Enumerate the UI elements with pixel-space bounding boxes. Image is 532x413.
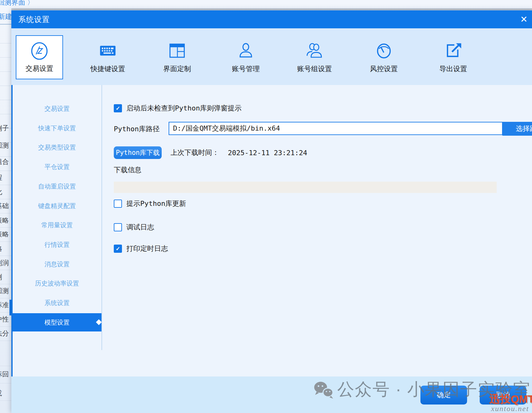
background-row-divider xyxy=(0,298,11,298)
background-row-divider xyxy=(0,383,11,383)
layout-custom-icon xyxy=(168,42,186,60)
background-list-item: 组合 xyxy=(0,157,9,166)
breadcrumb[interactable]: 回测界面 〉 xyxy=(0,0,34,7)
background-row-divider xyxy=(0,256,11,256)
background-list-item: 戓 xyxy=(0,389,2,398)
background-new-button[interactable]: 新建 xyxy=(0,12,12,21)
tab-label: 交易设置 xyxy=(26,64,53,73)
background-row-divider xyxy=(0,57,11,58)
background-list-item: 利润 xyxy=(0,258,9,267)
tab-account-group[interactable]: 账号组设置 xyxy=(286,42,343,74)
background-row-divider xyxy=(0,199,11,199)
background-row-divider xyxy=(0,43,11,43)
tab-risk-control[interactable]: 风控设置 xyxy=(356,42,412,74)
python-path-input[interactable] xyxy=(169,122,503,135)
background-list-item: 策略 xyxy=(0,216,9,225)
tab-trade-settings[interactable]: 交易设置 xyxy=(16,35,63,79)
background-left-list: 例子回测组合程化基础策略策略略利润测回测标准中性法分标回戓 xyxy=(0,28,11,413)
sidebar-item-5[interactable]: 自动重启设置 xyxy=(13,177,101,195)
popup-checkbox-row: ✓ 启动后未检查到Python库则弹窗提示 xyxy=(114,102,241,115)
trade-settings-icon xyxy=(30,41,49,61)
update-checkbox-row: 提示Python库更新 xyxy=(114,197,186,210)
tab-account-manage[interactable]: 账号管理 xyxy=(217,42,274,74)
background-row-divider xyxy=(0,114,11,114)
background-row-divider xyxy=(0,284,11,284)
risk-control-icon xyxy=(375,42,393,60)
background-list-item: 测 xyxy=(0,273,2,281)
background-list-item: 标回 xyxy=(0,370,9,379)
sidebar-item-6[interactable]: 键盘精灵配置 xyxy=(13,197,101,215)
settings-tab-bar: 交易设置快捷键设置界面定制账号管理账号组设置风控设置导出设置 xyxy=(11,28,532,85)
system-settings-dialog: 系统设置 ✕ 交易设置快捷键设置界面定制账号管理账号组设置风控设置导出设置 交易… xyxy=(11,10,532,413)
sidebar-item-12[interactable]: 模型设置 xyxy=(13,313,101,331)
popup-prompt-checkbox[interactable]: ✓ xyxy=(114,104,122,112)
background-row-divider xyxy=(0,270,11,270)
sidebar-item-4[interactable]: 平仓设置 xyxy=(13,158,101,176)
dialog-body: 交易设置快速下单设置交易类型设置平仓设置自动重启设置键盘精灵配置常用量设置行情设… xyxy=(13,85,532,376)
account-group-icon xyxy=(305,42,324,60)
popup-checkbox-label: 启动后未检查到Python库则弹窗提示 xyxy=(126,104,241,113)
python-update-checkbox[interactable] xyxy=(114,200,122,208)
tab-export-settings[interactable]: 导出设置 xyxy=(425,42,482,74)
tab-label: 账号组设置 xyxy=(297,64,332,74)
python-download-row: Python库下载 上次下载时间： 2025-12-11 23:21:24 xyxy=(114,146,307,159)
update-checkbox-label: 提示Python库更新 xyxy=(126,199,186,208)
background-list-item: 中性 xyxy=(0,315,9,324)
sidebar-item-8[interactable]: 行情设置 xyxy=(13,235,101,254)
cancel-button[interactable]: 取消 xyxy=(480,386,526,405)
background-row-divider xyxy=(0,341,11,341)
background-list-item: 标准 xyxy=(0,301,9,309)
sidebar-item-9[interactable]: 消息设置 xyxy=(13,255,101,273)
tab-label: 界面定制 xyxy=(163,64,191,74)
background-list-item: 化 xyxy=(0,188,2,196)
sidebar-item-11[interactable]: 系统设置 xyxy=(13,294,101,312)
background-row-divider xyxy=(0,185,11,185)
model-settings-panel: ✓ 启动后未检查到Python库则弹窗提示 Python库路径 选择路径 Pyt… xyxy=(101,85,532,376)
background-row-divider xyxy=(0,366,11,366)
background-row-divider xyxy=(0,326,11,327)
background-row-divider xyxy=(0,241,11,242)
sidebar-item-1[interactable]: 交易设置 xyxy=(13,99,101,118)
background-row-divider xyxy=(0,171,11,171)
download-info-label: 下载信息 xyxy=(114,165,142,175)
tab-label: 账号管理 xyxy=(232,64,260,74)
python-path-row: Python库路径 选择路径 xyxy=(114,123,159,135)
background-list-item: 略 xyxy=(0,244,2,253)
tab-label: 导出设置 xyxy=(439,64,467,74)
ok-button[interactable]: 确定 xyxy=(420,386,467,405)
screen: 回测界面 〉 新建 例子回测组合程化基础策略策略略利润测回测标准中性法分标回戓 … xyxy=(0,0,532,413)
sidebar-item-10[interactable]: 历史波动率设置 xyxy=(13,274,101,292)
browse-path-button[interactable]: 选择路径 xyxy=(502,122,532,136)
timer-checkbox-label: 打印定时日志 xyxy=(126,244,168,253)
python-download-button[interactable]: Python库下载 xyxy=(114,146,162,159)
background-row-divider xyxy=(0,100,11,100)
background-row-divider xyxy=(0,86,11,86)
sidebar-item-7[interactable]: 常用量设置 xyxy=(13,216,101,234)
settings-sidebar: 交易设置快速下单设置交易类型设置平仓设置自动重启设置键盘精灵配置常用量设置行情设… xyxy=(13,85,101,376)
background-row-divider xyxy=(0,71,11,72)
timer-log-checkbox[interactable]: ✓ xyxy=(114,245,122,253)
background-row-divider xyxy=(0,227,11,228)
close-icon[interactable]: ✕ xyxy=(518,14,530,25)
dialog-title: 系统设置 xyxy=(18,14,50,25)
tab-layout-custom[interactable]: 界面定制 xyxy=(149,42,205,74)
background-list-item: 基础 xyxy=(0,201,9,210)
dialog-titlebar: 系统设置 ✕ xyxy=(11,10,532,28)
background-list-item: 例子 xyxy=(0,124,9,133)
background-row-divider xyxy=(0,156,11,157)
debug-log-checkbox[interactable] xyxy=(114,223,122,231)
background-list-item: 回测 xyxy=(0,286,9,295)
background-list-item: 回测 xyxy=(0,141,9,150)
last-download-time-label: 上次下载时间： xyxy=(171,148,219,157)
tab-label: 快捷键设置 xyxy=(90,64,125,74)
sidebar-item-3[interactable]: 交易类型设置 xyxy=(13,138,101,156)
background-row-divider xyxy=(0,400,11,401)
download-progress-bar xyxy=(114,182,497,193)
background-list-item: 策略 xyxy=(0,230,9,239)
sidebar-item-2[interactable]: 快速下单设置 xyxy=(13,119,101,137)
tab-hotkey-settings[interactable]: 快捷键设置 xyxy=(79,42,136,74)
account-manage-icon xyxy=(237,42,255,60)
hotkey-settings-icon xyxy=(99,42,117,60)
python-path-label: Python库路径 xyxy=(114,124,159,134)
background-list-item: 程 xyxy=(0,173,2,182)
